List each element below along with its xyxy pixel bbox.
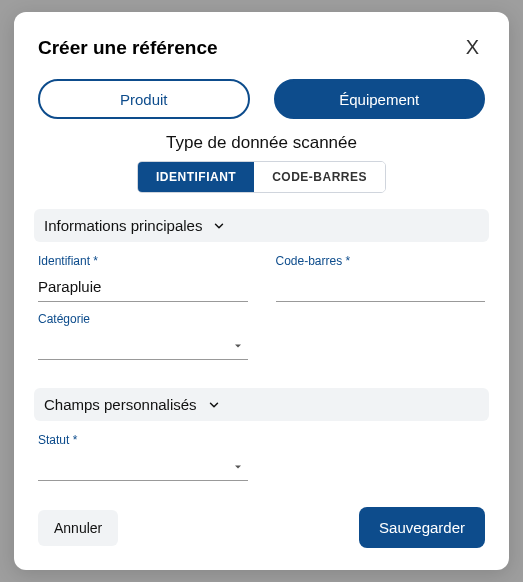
close-button[interactable]: X	[460, 34, 485, 61]
section-main-info[interactable]: Informations principales	[34, 209, 489, 242]
status-label: Statut *	[38, 433, 248, 447]
section-custom-label: Champs personnalisés	[44, 396, 197, 413]
scan-type-segment: IDENTIFIANT CODE-BARRES	[38, 161, 485, 193]
modal-title: Créer une référence	[38, 37, 218, 59]
tab-equipment[interactable]: Équipement	[274, 79, 486, 119]
category-label: Catégorie	[38, 312, 248, 326]
chevron-down-icon	[207, 398, 221, 412]
modal-footer: Annuler Sauvegarder	[38, 491, 485, 548]
spacer-field	[276, 312, 486, 360]
segment-barcode[interactable]: CODE-BARRES	[254, 162, 385, 192]
barcode-input[interactable]	[276, 274, 486, 302]
spacer-field	[276, 433, 486, 481]
identifier-field: Identifiant *	[38, 254, 248, 302]
identifier-label: Identifiant *	[38, 254, 248, 268]
entity-type-tabs: Produit Équipement	[38, 79, 485, 119]
segment-identifier[interactable]: IDENTIFIANT	[138, 162, 254, 192]
cancel-button[interactable]: Annuler	[38, 510, 118, 546]
tab-product[interactable]: Produit	[38, 79, 250, 119]
section-main-label: Informations principales	[44, 217, 202, 234]
status-field: Statut *	[38, 433, 248, 481]
create-reference-modal: Créer une référence X Produit Équipement…	[14, 12, 509, 570]
modal-header: Créer une référence X	[38, 34, 485, 61]
custom-fields-row: Statut *	[38, 433, 485, 481]
identifier-input[interactable]	[38, 274, 248, 302]
category-field: Catégorie	[38, 312, 248, 360]
scan-type-title: Type de donnée scannée	[38, 133, 485, 153]
main-fields-row-2: Catégorie	[38, 312, 485, 360]
category-select[interactable]	[38, 332, 248, 360]
status-select[interactable]	[38, 453, 248, 481]
barcode-label: Code-barres *	[276, 254, 486, 268]
save-button[interactable]: Sauvegarder	[359, 507, 485, 548]
section-custom-fields[interactable]: Champs personnalisés	[34, 388, 489, 421]
main-fields-row-1: Identifiant * Code-barres *	[38, 254, 485, 302]
chevron-down-icon	[212, 219, 226, 233]
barcode-field: Code-barres *	[276, 254, 486, 302]
